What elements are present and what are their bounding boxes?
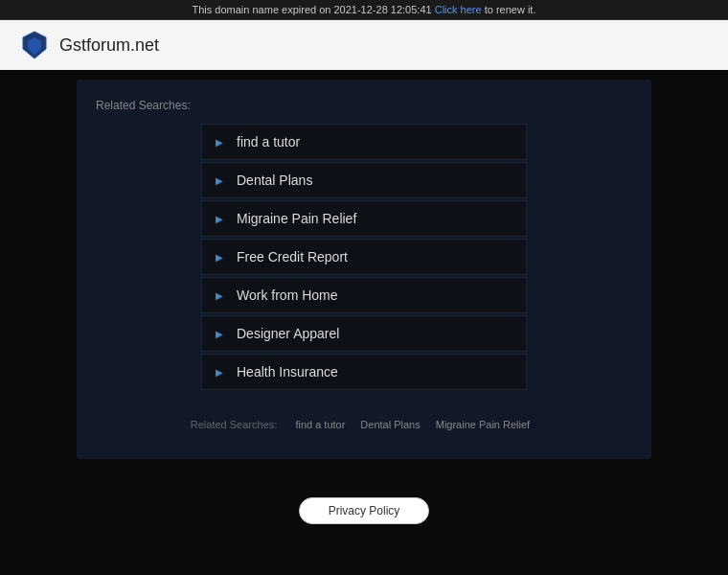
site-logo [19,30,50,60]
main-panel: Related Searches: ▶find a tutor▶Dental P… [77,80,651,459]
arrow-icon: ▶ [216,367,223,378]
search-item-label: Dental Plans [237,172,312,188]
renew-link[interactable]: Click here [435,4,482,15]
arrow-icon: ▶ [216,137,223,148]
search-item-label: Health Insurance [237,364,338,380]
search-item-label: Free Credit Report [237,249,348,264]
footer-link[interactable]: Migraine Pain Relief [436,419,530,430]
footer-link[interactable]: find a tutor [295,419,345,430]
related-searches-heading: Related Searches: [96,99,632,112]
search-item-label: Migraine Pain Relief [237,211,356,226]
search-list-item[interactable]: ▶Dental Plans [201,162,527,198]
arrow-icon: ▶ [216,175,223,186]
search-list: ▶find a tutor▶Dental Plans▶Migraine Pain… [96,124,632,390]
arrow-icon: ▶ [216,214,223,224]
expiry-notice: This domain name expired on 2021-12-28 1… [0,0,728,20]
search-item-label: Work from Home [237,288,338,303]
search-list-item[interactable]: ▶Work from Home [201,277,527,313]
expiry-message: This domain name expired on 2021-12-28 1… [193,4,432,15]
arrow-icon: ▶ [216,329,223,339]
search-list-item[interactable]: ▶Free Credit Report [201,239,527,275]
search-list-item[interactable]: ▶find a tutor [201,124,527,160]
footer-related-label: Related Searches: [191,419,278,430]
site-title: Gstforum.net [59,35,159,56]
arrow-icon: ▶ [216,252,223,263]
search-list-item[interactable]: ▶Health Insurance [201,354,527,390]
search-item-label: find a tutor [237,134,300,150]
footer-searches: Related Searches: find a tutorDental Pla… [96,409,632,440]
search-item-label: Designer Apparel [237,326,339,341]
footer-link[interactable]: Dental Plans [360,419,420,430]
privacy-section: Privacy Policy [0,497,728,524]
search-list-item[interactable]: ▶Designer Apparel [201,315,527,352]
arrow-icon: ▶ [216,290,223,301]
privacy-policy-button[interactable]: Privacy Policy [299,497,430,524]
site-header: Gstforum.net [0,20,728,70]
renew-suffix: to renew it. [485,4,536,15]
search-list-item[interactable]: ▶Migraine Pain Relief [201,200,527,237]
